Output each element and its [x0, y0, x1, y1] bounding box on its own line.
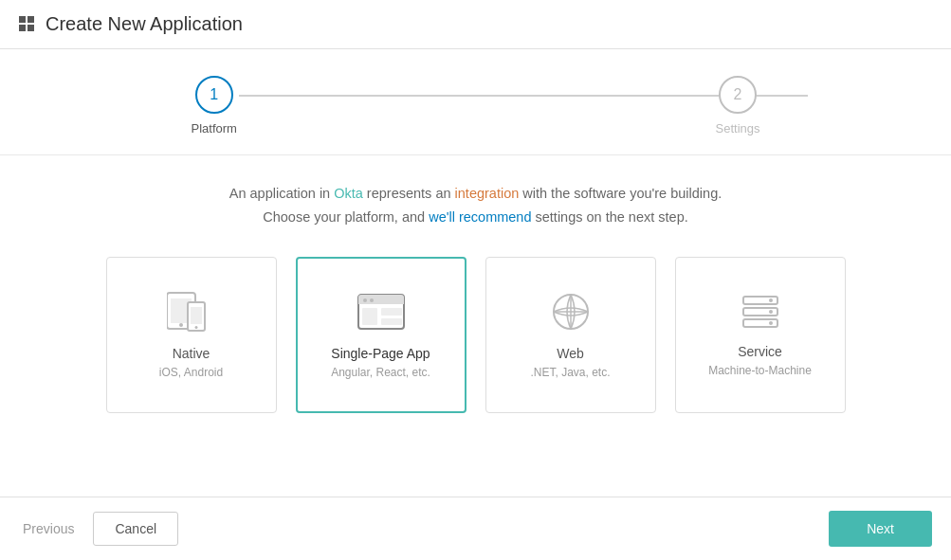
card-service-title: Service [738, 344, 782, 359]
native-icon [167, 291, 216, 333]
step-settings: 2 Settings [716, 76, 760, 135]
svg-point-25 [769, 310, 773, 314]
svg-point-26 [769, 321, 773, 325]
platform-cards: Native iOS, Android Single-Page App Angu… [0, 247, 951, 432]
footer-left: Previous Cancel [19, 512, 178, 546]
cancel-button[interactable]: Cancel [93, 512, 178, 546]
svg-point-24 [769, 298, 773, 302]
svg-rect-15 [362, 308, 377, 325]
svg-rect-17 [381, 318, 402, 325]
step-platform: 1 Platform [192, 76, 237, 135]
svg-point-9 [194, 326, 197, 329]
card-spa[interactable]: Single-Page App Angular, React, etc. [296, 257, 466, 413]
next-button[interactable]: Next [829, 511, 932, 547]
footer: Previous Cancel Next [0, 497, 951, 560]
card-web-title: Web [557, 346, 584, 361]
step-2-label: Settings [716, 121, 760, 135]
card-spa-subtitle: Angular, React, etc. [331, 366, 430, 379]
stepper-area: 1 Platform 2 Settings [0, 49, 951, 155]
step-1-circle: 1 [195, 76, 233, 114]
svg-rect-3 [27, 25, 34, 31]
svg-point-6 [179, 323, 183, 327]
description-area: An application in Okta represents an int… [0, 155, 951, 247]
svg-rect-16 [381, 308, 402, 316]
svg-rect-1 [27, 16, 34, 23]
card-spa-title: Single-Page App [331, 346, 430, 361]
description-text: An application in Okta represents an int… [19, 182, 932, 228]
card-native-title: Native [173, 346, 210, 361]
svg-rect-2 [19, 25, 26, 31]
card-native[interactable]: Native iOS, Android [106, 257, 277, 413]
step-2-circle: 2 [719, 76, 757, 114]
card-native-subtitle: iOS, Android [159, 366, 223, 379]
page-title: Create New Application [46, 13, 243, 35]
card-web-subtitle: .NET, Java, etc. [530, 366, 610, 379]
card-web[interactable]: Web .NET, Java, etc. [485, 257, 656, 413]
spa-icon [357, 291, 406, 333]
card-service[interactable]: Service Machine-to-Machine [675, 257, 846, 413]
service-icon [740, 293, 781, 331]
step-1-label: Platform [192, 121, 237, 135]
svg-point-13 [363, 298, 367, 302]
stepper: 1 Platform 2 Settings [192, 76, 760, 135]
svg-rect-0 [19, 16, 26, 23]
card-service-subtitle: Machine-to-Machine [708, 364, 812, 377]
web-icon [550, 291, 592, 333]
svg-rect-8 [191, 307, 202, 324]
svg-point-14 [370, 298, 374, 302]
app-header: Create New Application [0, 0, 951, 49]
previous-button[interactable]: Previous [19, 514, 78, 544]
grid-icon [19, 16, 36, 33]
